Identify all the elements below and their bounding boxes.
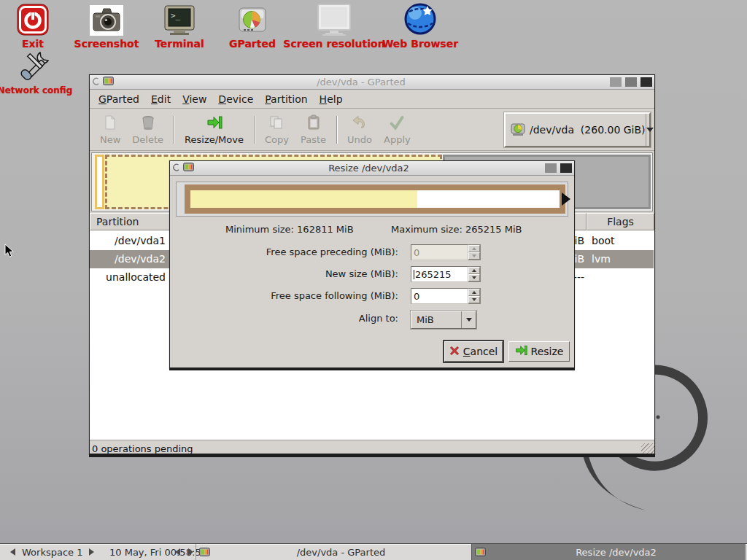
free-space-following-input[interactable]: 0 [411, 288, 468, 304]
new-button[interactable]: New [94, 112, 126, 147]
cancel-x-icon [449, 346, 460, 358]
apply-button[interactable]: Apply [378, 112, 417, 147]
apply-check-icon [389, 114, 405, 133]
resize-dialog: Resize /dev/vda2 Minimum size: 162811 Mi… [169, 160, 575, 368]
svg-text:>_: >_ [171, 11, 181, 20]
resize-arrow-icon [515, 344, 527, 359]
align-to-dropdown[interactable]: MiB [411, 311, 476, 329]
menu-partition[interactable]: Partition [259, 92, 313, 106]
spin-up-icon[interactable] [468, 289, 480, 296]
chevron-down-icon [461, 311, 476, 328]
new-partition-icon [102, 114, 118, 133]
close-button[interactable] [640, 77, 652, 87]
debian-icon [172, 161, 181, 175]
workspace-name[interactable]: Workspace 1 [22, 544, 82, 560]
device-selector[interactable]: /dev/vda (260.00 GiB) [504, 112, 651, 147]
workspace-prev-icon[interactable] [10, 544, 15, 560]
terminal-icon: >_ [163, 2, 196, 36]
chevron-down-icon[interactable] [646, 114, 654, 146]
resize-confirm-button[interactable]: Resize [508, 341, 570, 362]
delete-button[interactable]: Delete [126, 112, 169, 147]
cancel-button[interactable]: Cancel [444, 341, 503, 362]
maximize-button[interactable] [625, 77, 637, 87]
desktop-icon-web-browser[interactable]: Web Browser [387, 2, 454, 50]
menu-gparted[interactable]: GParted [93, 92, 145, 106]
toolbar-separator [336, 116, 337, 144]
window-title: /dev/vda - GParted [116, 77, 606, 88]
maximize-button[interactable] [545, 163, 557, 173]
new-size-spinner[interactable]: 265215 [411, 266, 481, 282]
menubar: GParted Edit View Device Partition Help [90, 90, 654, 109]
partition-block-vda1[interactable] [95, 155, 104, 209]
paste-button[interactable]: Paste [295, 112, 332, 147]
desktop-icon-label: Terminal [155, 38, 204, 50]
desktop-icon-network-config[interactable]: Network config [1, 50, 69, 96]
gparted-mini-icon [103, 75, 114, 89]
align-to-value: MiB [411, 314, 461, 325]
close-button[interactable] [560, 163, 572, 173]
spin-down-icon[interactable] [468, 296, 480, 303]
menu-view[interactable]: View [177, 92, 212, 106]
toolbar-separator [174, 116, 174, 144]
spin-down-icon[interactable] [468, 274, 480, 281]
spin-down-icon [468, 252, 480, 260]
taskbar-task-resize-dialog[interactable]: Resize /dev/vda2 [471, 544, 746, 560]
taskbar-task-gparted[interactable]: /dev/vda - GParted [196, 544, 471, 560]
resize-handle-right-icon[interactable] [562, 192, 570, 206]
resize-bar-used [190, 190, 417, 208]
trash-icon [140, 114, 156, 133]
maximum-size-label: Maximum size: 265215 MiB [391, 224, 522, 235]
main-window-titlebar[interactable]: /dev/vda - GParted [90, 75, 654, 90]
globe-icon [403, 2, 437, 36]
desktop-icon-label: Screenshot [74, 38, 139, 50]
desktop-icon-screen-resolution[interactable]: Screen resolution [283, 2, 385, 50]
desktop-icon-label: Screen resolution [283, 38, 384, 50]
workspace-next-icon[interactable] [89, 544, 94, 560]
window-next-icon[interactable] [188, 544, 193, 560]
free-space-following-label: Free space following (MiB): [170, 288, 398, 304]
taskbar: Workspace 1 10 May, Fri 00:58:55 /dev/vd… [0, 543, 747, 560]
copy-button[interactable]: Copy [259, 112, 295, 147]
window-prev-icon[interactable] [175, 544, 180, 560]
harddisk-icon [511, 123, 525, 136]
menu-help[interactable]: Help [314, 92, 349, 106]
new-size-label: New size (MiB): [170, 266, 398, 282]
resize-slider-track [185, 184, 565, 214]
gparted-mini-icon [183, 161, 194, 175]
desktop-icon-label: GParted [229, 38, 276, 50]
desktop-icon-label: Exit [22, 38, 44, 50]
resize-slider [176, 182, 568, 217]
undo-icon [352, 114, 368, 133]
gparted-disk-icon [236, 2, 268, 36]
free-space-preceding-spinner: 0 [411, 244, 481, 260]
desktop-icon-gparted[interactable]: GParted [223, 2, 282, 50]
undo-button[interactable]: Undo [341, 112, 378, 147]
power-icon [17, 2, 49, 36]
iconify-button[interactable] [610, 77, 622, 87]
menu-edit[interactable]: Edit [145, 92, 177, 106]
dialog-bottom-handle [169, 368, 575, 370]
field-row: Free space preceding (MiB): 0 [170, 244, 574, 260]
minimum-size-label: Minimum size: 162811 MiB [225, 224, 354, 235]
gparted-mini-icon [475, 548, 486, 557]
camera-icon [90, 2, 123, 36]
desktop-icon-exit[interactable]: Exit [9, 2, 57, 50]
column-header-flags[interactable]: Flags [587, 213, 654, 230]
menu-device[interactable]: Device [212, 92, 259, 106]
window-bottom-handle[interactable] [89, 454, 655, 457]
desktop-icon-label: Web Browser [382, 38, 458, 50]
desktop-icon-terminal[interactable]: >_ Terminal [147, 2, 212, 50]
toolbar-separator [254, 116, 255, 144]
monitor-icon [315, 2, 353, 36]
dialog-titlebar[interactable]: Resize /dev/vda2 [170, 161, 574, 176]
desktop-icon-screenshot[interactable]: Screenshot [69, 2, 144, 50]
field-row: Align to: MiB [170, 311, 574, 327]
resize-move-button[interactable]: Resize/Move [179, 112, 249, 147]
paste-icon [306, 114, 322, 133]
free-space-following-spinner[interactable]: 0 [411, 288, 481, 304]
field-row: New size (MiB): 265215 [170, 266, 574, 282]
resize-arrow-icon [206, 114, 222, 133]
new-size-input[interactable]: 265215 [411, 266, 468, 282]
toolbar: New Delete Resize/Move Copy Paste [90, 109, 654, 151]
spin-up-icon[interactable] [468, 267, 480, 274]
